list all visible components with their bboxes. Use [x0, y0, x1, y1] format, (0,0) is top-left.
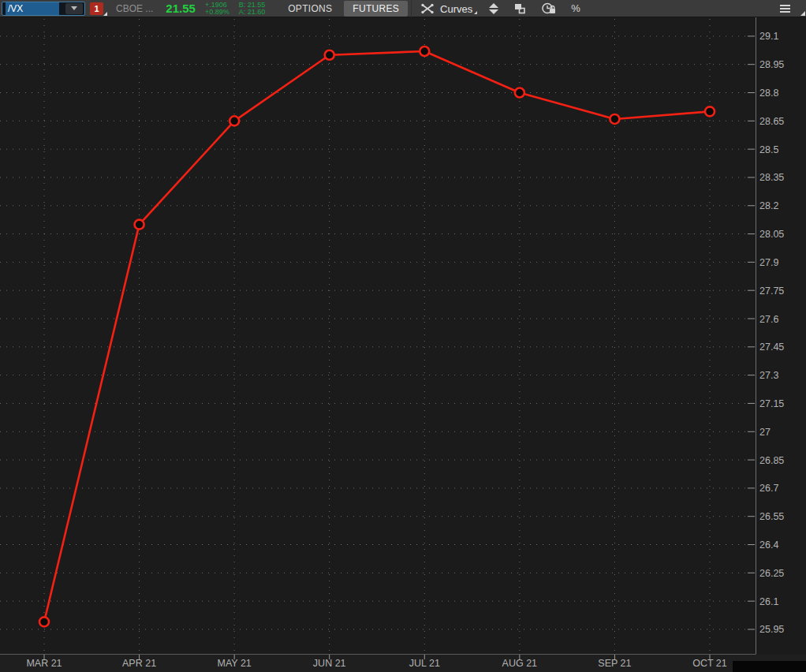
- y-axis-label: 28.05: [759, 229, 784, 240]
- x-axis-label: SEP 21: [598, 658, 631, 669]
- y-axis-label: 26.1: [759, 596, 778, 607]
- y-axis-label: 25.95: [759, 624, 784, 635]
- curves-icon: [420, 2, 435, 15]
- change-stack: +.1906 +0.89%: [205, 2, 229, 16]
- symbol-dropdown-button[interactable]: [65, 3, 83, 14]
- x-axis-label: MAR 21: [26, 658, 62, 669]
- curve-point[interactable]: [325, 50, 334, 60]
- blocks-icon: [513, 2, 527, 15]
- curve-point[interactable]: [705, 106, 715, 116]
- chevron-down-icon: [71, 6, 77, 10]
- y-axis-label: 26.85: [759, 455, 784, 466]
- y-axis-label: 28.95: [759, 59, 784, 70]
- panel-corner-icon[interactable]: [800, 11, 805, 16]
- y-axis-label: 27: [759, 427, 771, 438]
- options-tab[interactable]: OPTIONS: [279, 1, 341, 17]
- y-axis-label: 28.2: [759, 200, 778, 211]
- y-axis-label: 27.3: [759, 370, 778, 381]
- y-axis-label: 27.9: [759, 257, 778, 268]
- curve-point[interactable]: [39, 617, 49, 626]
- curves-label: Curves: [440, 3, 472, 15]
- y-axis-label: 28.65: [759, 116, 784, 127]
- percent-mode-button[interactable]: %: [564, 0, 588, 17]
- clock-lock-icon: [541, 2, 557, 15]
- y-axis-label: 27.15: [759, 398, 784, 409]
- y-axis-label: 27.6: [759, 314, 778, 325]
- up-down-arrows-icon: [489, 3, 498, 14]
- layout-blocks-button[interactable]: [506, 0, 534, 17]
- x-axis-label: JUN 21: [313, 658, 346, 669]
- chart-menu-button[interactable]: [773, 0, 800, 17]
- x-axis-strip: [0, 655, 806, 672]
- y-axis-label: 27.45: [759, 342, 784, 353]
- symbol-input[interactable]: /VX: [2, 2, 85, 16]
- futures-curve-chart[interactable]: 29.128.9528.828.6528.528.3528.228.0527.9…: [0, 0, 806, 672]
- x-axis-label: OCT 21: [692, 658, 727, 669]
- dropdown-corner-icon: [474, 11, 477, 14]
- menu-icon: [780, 5, 790, 13]
- bid-ask-stack: B: 21.55 A: 21.60: [239, 2, 266, 16]
- x-axis-label: MAY 21: [217, 658, 251, 669]
- curve-point[interactable]: [135, 220, 144, 230]
- price-change-pct: +0.89%: [205, 9, 229, 16]
- x-axis-label: JUL 21: [409, 658, 440, 669]
- y-axis-label: 29.1: [759, 31, 778, 42]
- y-axis-label: 28.8: [759, 88, 778, 99]
- corner-gap: [733, 661, 806, 672]
- chart-background: [0, 0, 806, 672]
- curve-point[interactable]: [420, 47, 429, 56]
- curve-point[interactable]: [515, 88, 524, 98]
- expand-collapse-button[interactable]: [482, 0, 506, 17]
- toolbar: /VX 1 CBOE ... 21.55 +.1906 +0.89% B: 21…: [0, 0, 806, 17]
- futures-tab[interactable]: FUTURES: [344, 1, 408, 17]
- curve-point[interactable]: [610, 114, 619, 124]
- curves-menu-button[interactable]: Curves: [415, 1, 482, 17]
- ask-value: A: 21.60: [239, 9, 266, 16]
- futures-curve-svg[interactable]: 29.128.9528.828.6528.528.3528.228.0527.9…: [0, 0, 806, 672]
- y-axis-label: 26.7: [759, 483, 778, 494]
- y-axis-label: 26.4: [759, 539, 778, 551]
- y-axis-label: 26.55: [759, 511, 784, 522]
- toolbar-separator: [411, 0, 412, 17]
- curve-point[interactable]: [229, 116, 239, 125]
- exchange-label: CBOE ...: [116, 3, 153, 14]
- y-axis-label: 28.5: [759, 144, 778, 155]
- y-axis-label: 27.75: [759, 286, 784, 297]
- y-axis-label: 28.35: [759, 172, 784, 183]
- percent-icon: %: [571, 2, 580, 14]
- x-axis-label: AUG 21: [502, 658, 538, 669]
- x-axis-label: APR 21: [122, 658, 156, 669]
- last-price: 21.55: [166, 2, 196, 15]
- time-lock-button[interactable]: [534, 0, 564, 17]
- order-count-badge[interactable]: 1: [90, 2, 103, 15]
- symbol-value[interactable]: /VX: [6, 2, 59, 15]
- y-axis-label: 26.25: [759, 568, 784, 579]
- link-corner-icon: [103, 12, 107, 16]
